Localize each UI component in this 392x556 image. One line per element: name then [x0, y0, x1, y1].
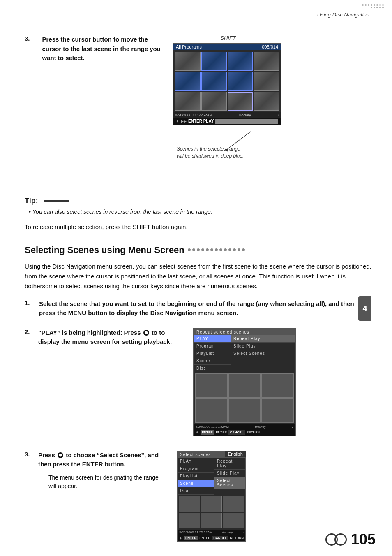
tip-section: Tip: You can also select scenes in rever…	[25, 197, 371, 215]
menu-2-left: PLAY Program PlayList Scene Disc	[194, 335, 231, 372]
screen-3-footer-title: Hockey	[239, 113, 251, 117]
thumb-3	[228, 52, 253, 71]
circle-right	[334, 533, 347, 546]
menu-3-item-disc: Disc	[178, 487, 214, 495]
tip-title: Tip:	[25, 197, 38, 205]
menu-3-body: PLAY Program PlayList Scene Disc Repeat …	[178, 458, 245, 495]
menu-2-header: Repeat selected scenes	[194, 329, 295, 335]
thumb-5	[175, 72, 201, 90]
step-3-main-content: Press to choose “Select Scenes”, and the…	[38, 451, 164, 491]
menu-2-nav-return-label: RETURN	[247, 431, 260, 434]
page-circles	[325, 533, 347, 546]
step-3-bold: Press to choose “Select Scenes”, and the…	[38, 451, 164, 469]
to-text: to	[152, 329, 157, 336]
menu-item-disc: Disc	[194, 365, 231, 372]
screen-3-mockup: SHIFT All Programs 005/014	[173, 35, 284, 155]
thumb-1	[175, 52, 201, 71]
menu-2-nav-enter-btn: ENTER	[201, 430, 214, 435]
release-text: To release multiple selection, press the…	[25, 223, 371, 230]
menu-3-nav: ✦ ENTER ENTER CANCEL RETURN	[178, 535, 245, 541]
thumb-6	[201, 72, 227, 90]
page-number: 105	[351, 531, 376, 548]
step-1: 1. Select the scene that you want to set…	[25, 299, 371, 318]
step-1-row: 1. Select the scene that you want to set…	[25, 299, 371, 318]
step-3-sub: The menu screen for designating the rang…	[48, 473, 164, 491]
menu-3-thumb-2	[201, 496, 222, 512]
menu-right-select: Select Scenes	[231, 350, 295, 357]
menu-thumb-5	[228, 398, 261, 423]
page-header-title: Using Disc Navigation	[317, 12, 369, 18]
step-2-inner: 2. “PLAY” is being highlighted: Press to…	[25, 328, 181, 347]
thumb-8	[254, 72, 279, 90]
step-2: 2. “PLAY” is being highlighted: Press to…	[25, 328, 371, 436]
thumb-2	[201, 52, 227, 71]
step-2-number: 2.	[25, 328, 35, 347]
step-2-text: 2. “PLAY” is being highlighted: Press to…	[25, 328, 181, 347]
thumb-7	[228, 72, 253, 90]
menu-3-item-playlist: PlayList	[178, 473, 214, 480]
menu-3-footer-icon: ♪	[242, 531, 244, 534]
main-heading: Selecting Scenes using Menu Screen	[25, 245, 371, 255]
step-3-inner: 3. Press to choose “Select Scenes”, and …	[25, 451, 164, 491]
section-3: 3. Press the cursor button to move the c…	[25, 35, 371, 155]
menu-3-item-program: Program	[178, 465, 214, 473]
main-heading-text: Selecting Scenes using Menu Screen	[25, 245, 184, 255]
menu-3-right-select: Select Scenes	[214, 477, 245, 489]
step-1-content: Select the scene that you want to set to…	[39, 299, 371, 318]
screen-3-header: All Programs 005/014	[173, 44, 281, 50]
menu-3-footer-title: Hockey	[222, 531, 233, 534]
heading-dots	[188, 248, 245, 251]
menu-item-scene: Scene	[194, 357, 231, 365]
section-3-text: 3. Press the cursor button to move the c…	[25, 35, 164, 63]
screen-caption: Scenes in the selected range will be sha…	[177, 146, 244, 160]
step-3-text-block: 3. Press to choose “Select Scenes”, and …	[25, 451, 164, 491]
step-1-number: 1.	[25, 299, 35, 318]
menu-3-thumb-4	[179, 513, 200, 529]
thumb-11	[228, 92, 253, 111]
menu-2-footer-title: Hockey	[255, 425, 266, 429]
menu-3-item-scene: Scene	[178, 480, 214, 487]
menu-3-nav-cancel-btn: CANCEL	[212, 536, 228, 540]
menu-3-thumbs	[178, 495, 245, 530]
menu-3-footer-time: 8/20/2000 11:55:52AM	[179, 531, 212, 534]
shift-label: SHIFT	[173, 35, 284, 41]
screen-3-box: All Programs 005/014	[173, 43, 281, 125]
menu-thumb-3	[261, 373, 294, 398]
screen-3-play-label: ENTER PLAY	[188, 119, 214, 123]
step-3-section: 3. Press to choose “Select Scenes”, and …	[25, 451, 371, 542]
step-3-text-middle: to choose “Select Scenes”, and then pres…	[38, 452, 159, 468]
step-3-number: 3.	[25, 35, 30, 63]
menu-2-nav-cancel-btn: CANCEL	[228, 430, 244, 435]
screen-3-footer: 8/20/2000 11:55:52AM Hockey ♪	[173, 112, 281, 118]
step-2-text-start: “PLAY” is being highlighted: Press	[38, 329, 141, 336]
section-4-badge: 4	[358, 296, 371, 321]
menu-2-body: PLAY Program PlayList Scene Disc Repeat …	[194, 335, 295, 372]
english-badge: English	[225, 451, 246, 457]
tip-bullet: You can also select scenes in reverse fr…	[29, 208, 371, 215]
menu-thumb-1	[195, 373, 228, 398]
menu-2-thumbs	[194, 372, 295, 424]
menu-3-right: Repeat Play Slide Play Select Scenes	[214, 458, 245, 495]
menu-screen-3: Select scenes PLAY Program PlayList Scen…	[177, 451, 246, 542]
screen-3-header-left: All Programs	[176, 44, 202, 49]
top-decoration	[362, 4, 384, 8]
menu-3-thumb-1	[179, 496, 200, 512]
menu-3-thumb-6	[223, 513, 244, 529]
menu-3-nav-enter-btn: ENTER	[184, 536, 198, 540]
menu-thumb-4	[195, 398, 228, 423]
thumb-12	[254, 92, 279, 111]
menu-3-footer: 8/20/2000 11:55:52AM Hockey ♪	[178, 530, 245, 535]
screen-3-playbar: ✦ ▶▶ ENTER PLAY	[173, 118, 281, 125]
play-circle-icon-1	[143, 330, 149, 336]
menu-thumb-2	[228, 373, 261, 398]
menu-3-right-repeat: Repeat Play	[214, 458, 245, 470]
menu-3-item-play: PLAY	[178, 458, 214, 465]
menu-screen-2: Repeat selected scenes PLAY Program Play…	[193, 328, 296, 436]
menu-item-playlist: PlayList	[194, 350, 231, 357]
page-number-container: 105	[325, 531, 376, 548]
screen-3-header-right: 005/014	[262, 44, 278, 49]
menu-3-nav-enter-label: ENTER	[199, 536, 210, 540]
menu-3-right-slide: Slide Play	[214, 470, 245, 477]
screen-3-caption-area: Scenes in the selected range will be sha…	[173, 130, 284, 155]
menu-2-right: Repeat Play Slide Play Select Scenes	[231, 335, 295, 372]
